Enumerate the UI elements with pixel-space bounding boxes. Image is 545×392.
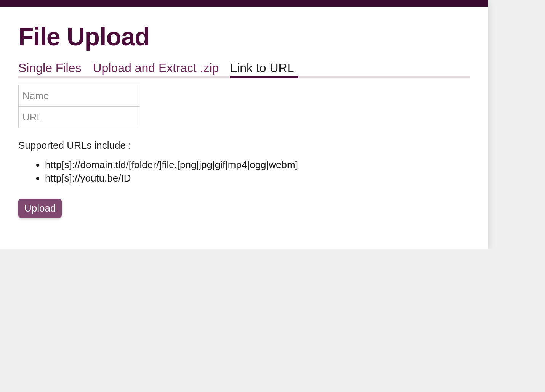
upload-dialog: File Upload Single Files Upload and Extr… (0, 0, 488, 249)
content-area: File Upload Single Files Upload and Extr… (0, 7, 488, 249)
url-input[interactable] (19, 107, 140, 128)
tab-bar: Single Files Upload and Extract .zip Lin… (18, 59, 470, 78)
tab-upload-extract-zip[interactable]: Upload and Extract .zip (93, 61, 223, 78)
list-item: http[s]://domain.tld/[folder/]file.[png|… (45, 158, 470, 172)
list-item: http[s]://youtu.be/ID (45, 172, 470, 185)
page-title: File Upload (18, 22, 470, 51)
supported-urls-label: Supported URLs include : (18, 140, 470, 151)
tab-link-to-url[interactable]: Link to URL (230, 61, 298, 78)
supported-urls-list: http[s]://domain.tld/[folder/]file.[png|… (18, 158, 470, 185)
tab-single-files[interactable]: Single Files (18, 61, 86, 78)
upload-button[interactable]: Upload (18, 199, 62, 218)
form-fields (18, 85, 140, 128)
window-top-bar (0, 0, 488, 7)
name-input[interactable] (19, 85, 140, 107)
